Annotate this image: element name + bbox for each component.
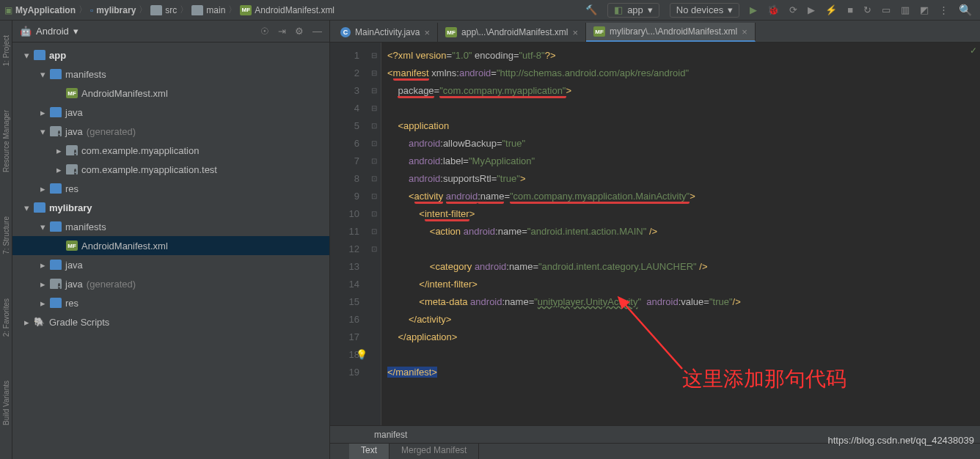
expand-arrow-icon[interactable]: ▾	[24, 50, 30, 61]
search-icon[interactable]: 🔍	[959, 4, 973, 17]
breadcrumb-sep: 〉	[78, 4, 87, 16]
fold-marker[interactable]: ⊟	[367, 65, 381, 82]
rail-tab-resource[interactable]: Resource Manager	[2, 110, 10, 172]
tree-node[interactable]: ▸res	[12, 179, 329, 198]
rail-tab-project[interactable]: 1: Project	[2, 35, 10, 66]
breadcrumb-item[interactable]: main	[206, 5, 225, 15]
tree-node[interactable]: ▾app	[12, 45, 329, 65]
fold-marker[interactable]: ⊡	[367, 170, 381, 188]
tree-node[interactable]: ▾manifests	[12, 217, 329, 236]
tree-node[interactable]: ▸com.example.myapplication	[12, 141, 329, 160]
rail-tab-variants[interactable]: Build Variants	[2, 381, 10, 425]
attach-debugger-icon[interactable]: ⚡	[825, 4, 837, 15]
breadcrumb-item[interactable]: AndroidManifest.xml	[255, 5, 334, 15]
editor-tab[interactable]: MFmylibrary\...\AndroidManifest.xml×	[586, 23, 756, 42]
sdk-icon[interactable]: ▥	[901, 4, 910, 15]
expand-arrow-icon[interactable]: ▾	[40, 69, 46, 80]
folder-icon	[50, 107, 62, 117]
chevron-down-icon[interactable]: ▾	[73, 26, 78, 37]
sync-icon[interactable]: ↻	[863, 4, 871, 15]
run-config-selector[interactable]: ◧ app ▾	[607, 3, 659, 18]
hide-icon[interactable]: —	[312, 26, 322, 37]
rail-tab-favorites[interactable]: 2: Favorites	[2, 298, 10, 337]
fold-marker[interactable]: ⊡	[367, 188, 381, 205]
folder-icon	[50, 221, 62, 232]
code-editor[interactable]: <?xml version="1.0" encoding="utf-8"?> <…	[381, 43, 980, 425]
tree-node[interactable]: ▸java	[12, 255, 329, 274]
collapse-icon[interactable]: ⇥	[278, 26, 286, 37]
tree-node[interactable]: ▸res	[12, 293, 329, 312]
tree-node[interactable]: ▾java (generated)	[12, 122, 329, 141]
breadcrumb-item[interactable]: src	[165, 5, 177, 15]
gear-icon[interactable]: ⚙	[295, 26, 304, 37]
tree-node[interactable]: MFAndroidManifest.xml	[12, 236, 329, 255]
fold-marker[interactable]: ⊟	[367, 100, 381, 117]
avd-icon[interactable]: ▭	[882, 4, 891, 15]
breadcrumb-item[interactable]: mylibrary	[96, 5, 136, 15]
project-sidebar: 🤖 Android ▾ ☉ ⇥ ⚙ — ▾app▾manifestsMFAndr…	[12, 21, 330, 459]
fold-marker[interactable]: ⊡	[367, 135, 381, 153]
run-icon[interactable]: ▶	[750, 4, 757, 15]
expand-arrow-icon[interactable]: ▸	[40, 183, 46, 194]
project-tree[interactable]: ▾app▾manifestsMFAndroidManifest.xml▸java…	[12, 43, 329, 459]
stop-icon[interactable]: ■	[847, 4, 853, 15]
line-number: 5	[330, 117, 359, 135]
expand-arrow-icon[interactable]: ▾	[40, 221, 46, 232]
more-icon[interactable]: ⋮	[939, 4, 948, 15]
expand-arrow-icon[interactable]: ▸	[56, 145, 62, 156]
hammer-icon[interactable]: 🔨	[585, 4, 597, 15]
fold-marker[interactable]: ⊡	[367, 117, 381, 135]
project-icon: ▣	[4, 5, 12, 15]
expand-arrow-icon[interactable]: ▾	[40, 126, 46, 137]
editor-breadcrumb-item[interactable]: manifest	[374, 430, 407, 440]
fold-marker[interactable]: ⊡	[367, 240, 381, 258]
fold-marker[interactable]: ⊡	[367, 153, 381, 170]
line-number: 7	[330, 153, 359, 170]
expand-arrow-icon[interactable]: ▸	[56, 164, 62, 175]
rail-tab-structure[interactable]: 7: Structure	[2, 216, 10, 254]
package-folder-icon	[50, 126, 62, 136]
expand-arrow-icon[interactable]: ▸	[40, 107, 46, 118]
tree-label: manifests	[65, 69, 106, 80]
close-icon[interactable]: ×	[572, 27, 578, 38]
tree-label: java	[65, 126, 83, 137]
coverage-icon[interactable]: ▶	[808, 4, 815, 15]
expand-arrow-icon[interactable]: ▾	[24, 202, 30, 213]
manifest-file-icon: MF	[593, 26, 605, 37]
profile-icon[interactable]: ⟳	[789, 4, 797, 15]
editor-tab[interactable]: CMainActivity.java×	[333, 23, 438, 42]
tree-node[interactable]: ▸com.example.myapplication.test	[12, 160, 329, 179]
expand-arrow-icon[interactable]: ▸	[40, 260, 46, 271]
tree-label: res	[65, 298, 78, 309]
tree-node[interactable]: ▸🐘Gradle Scripts	[12, 312, 329, 331]
close-icon[interactable]: ×	[742, 26, 747, 37]
tree-label: com.example.myapplication.test	[81, 164, 217, 175]
close-icon[interactable]: ×	[424, 27, 430, 38]
fold-marker[interactable]: ⊟	[367, 47, 381, 65]
expand-arrow-icon[interactable]: ▸	[40, 298, 46, 309]
fold-marker[interactable]: ⊡	[367, 205, 381, 223]
tree-node[interactable]: ▾mylibrary	[12, 198, 329, 217]
tree-node[interactable]: ▸java	[12, 103, 329, 122]
tree-node[interactable]: ▸java (generated)	[12, 274, 329, 293]
tab-text[interactable]: Text	[349, 444, 390, 459]
fold-gutter[interactable]: ⊟⊟⊟⊟⊡⊡⊡⊡⊡⊡⊡⊡	[367, 43, 381, 425]
breadcrumb-item[interactable]: MyApplication	[15, 5, 76, 15]
fold-marker[interactable]: ⊡	[367, 223, 381, 240]
tree-label: res	[65, 183, 78, 194]
layout-icon[interactable]: ◩	[920, 4, 929, 15]
device-selector[interactable]: No devices ▾	[670, 3, 739, 18]
tree-node[interactable]: ▾manifests	[12, 65, 329, 84]
fold-marker[interactable]: ⊟	[367, 82, 381, 100]
tab-label: MainActivity.java	[355, 27, 420, 37]
expand-arrow-icon[interactable]: ▸	[40, 279, 46, 290]
editor-tab[interactable]: MFapp\...\AndroidManifest.xml×	[438, 23, 586, 42]
tab-merged-manifest[interactable]: Merged Manifest	[390, 444, 479, 459]
expand-arrow-icon[interactable]: ▸	[24, 317, 30, 328]
tree-node[interactable]: MFAndroidManifest.xml	[12, 84, 329, 103]
debug-icon[interactable]: 🐞	[767, 4, 779, 15]
android-icon: 🤖	[20, 26, 32, 37]
target-icon[interactable]: ☉	[260, 26, 269, 37]
line-number: 6	[330, 135, 359, 153]
breadcrumb-sep: 〉	[180, 4, 189, 16]
